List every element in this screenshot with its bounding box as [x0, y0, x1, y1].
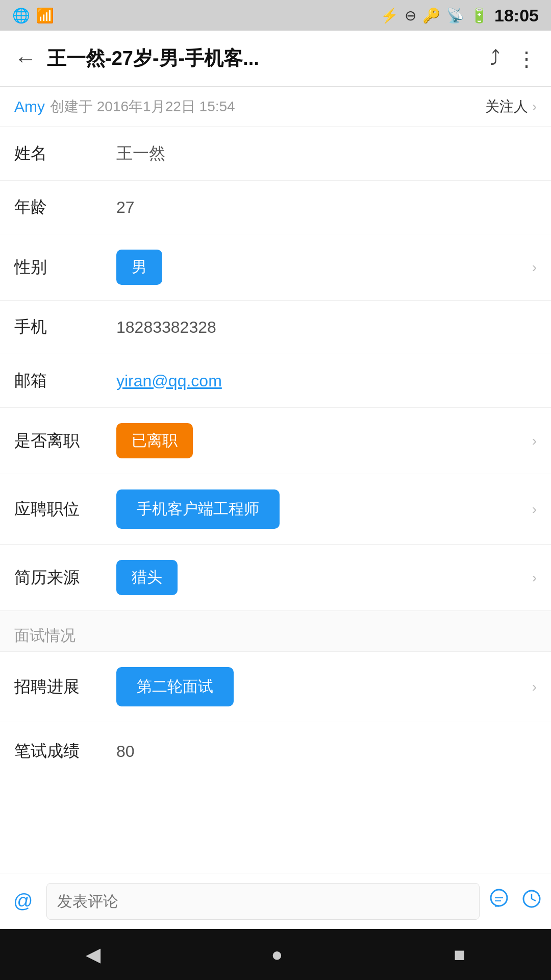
status-bar-right: ⚡ ⊖ 🔑 📡 🔋 18:05	[381, 6, 539, 26]
minus-icon: ⊖	[405, 7, 416, 24]
at-button[interactable]: @	[8, 890, 38, 912]
page-title: 王一然-27岁-男-手机客...	[47, 45, 490, 71]
nav-recents-button[interactable]: ■	[434, 939, 486, 971]
battery-icon: 🔋	[470, 7, 488, 24]
field-resigned[interactable]: 是否离职 已离职 ›	[0, 408, 551, 474]
key-icon: 🔑	[422, 7, 440, 24]
source-chevron-icon: ›	[532, 570, 537, 586]
label-resigned: 是否离职	[14, 430, 116, 452]
label-name: 姓名	[14, 142, 116, 165]
clock-icon[interactable]	[520, 888, 543, 915]
label-progress: 招聘进展	[14, 676, 116, 698]
field-progress[interactable]: 招聘进展 第二轮面试 ›	[0, 652, 551, 722]
status-bar: 🌐 📶 ⚡ ⊖ 🔑 📡 🔋 18:05	[0, 0, 551, 31]
back-button[interactable]: ←	[14, 47, 37, 70]
author-name[interactable]: Amy	[14, 98, 45, 115]
app-bar-actions: ⤴ ⋮	[490, 47, 537, 70]
app-bar: ← 王一然-27岁-男-手机客... ⤴ ⋮	[0, 31, 551, 87]
comment-icon[interactable]	[488, 888, 510, 915]
nav-back-button[interactable]: ◀	[65, 938, 121, 971]
value-test-score: 80	[116, 742, 537, 761]
info-bar-left: Amy 创建于 2016年1月22日 15:54	[14, 97, 235, 116]
resigned-badge[interactable]: 已离职	[116, 423, 193, 458]
more-button[interactable]: ⋮	[516, 47, 537, 70]
value-email: yiran@qq.com	[116, 372, 537, 390]
follow-button[interactable]: 关注人 ›	[485, 97, 537, 116]
field-gender[interactable]: 性别 男 ›	[0, 234, 551, 301]
network-icon: 📡	[446, 7, 464, 24]
value-phone: 18283382328	[116, 318, 537, 337]
info-bar: Amy 创建于 2016年1月22日 15:54 关注人 ›	[0, 87, 551, 127]
field-test-score: 笔试成绩 80	[0, 722, 551, 773]
label-email: 邮箱	[14, 370, 116, 392]
follow-label: 关注人	[485, 97, 528, 116]
label-gender: 性别	[14, 256, 116, 279]
content-area: 姓名 王一然 年龄 27 性别 男 › 手机 18283382328 邮箱 yi…	[0, 127, 551, 873]
email-link[interactable]: yiran@qq.com	[116, 372, 222, 390]
bluetooth-icon: ⚡	[381, 7, 398, 24]
value-age: 27	[116, 198, 537, 217]
field-source[interactable]: 简历来源 猎头 ›	[0, 545, 551, 611]
comment-bar: @	[0, 873, 551, 929]
gender-badge[interactable]: 男	[116, 250, 162, 285]
value-position: 手机客户端工程师	[116, 489, 532, 529]
progress-badge[interactable]: 第二轮面试	[116, 667, 234, 706]
comment-action-icons	[488, 888, 543, 915]
field-position[interactable]: 应聘职位 手机客户端工程师 ›	[0, 474, 551, 545]
label-position: 应聘职位	[14, 498, 116, 521]
nav-home-button[interactable]: ●	[251, 939, 304, 971]
wifi-icon: 🌐	[12, 7, 30, 24]
value-resigned: 已离职	[116, 423, 532, 458]
svg-line-6	[532, 899, 536, 901]
follow-chevron-icon: ›	[532, 99, 537, 115]
label-test-score: 笔试成绩	[14, 740, 116, 763]
section-interview-label: 面试情况	[14, 627, 76, 644]
field-age: 年龄 27	[0, 181, 551, 234]
value-source: 猎头	[116, 560, 532, 595]
signal-icon: 📶	[36, 7, 54, 24]
nav-bar: ◀ ● ■	[0, 929, 551, 980]
value-progress: 第二轮面试	[116, 667, 532, 706]
position-chevron-icon: ›	[532, 501, 537, 518]
label-source: 简历来源	[14, 567, 116, 589]
comment-input[interactable]	[46, 883, 480, 920]
label-age: 年龄	[14, 196, 116, 218]
field-phone: 手机 18283382328	[0, 301, 551, 354]
field-email: 邮箱 yiran@qq.com	[0, 354, 551, 408]
resigned-chevron-icon: ›	[532, 433, 537, 449]
time-display: 18:05	[494, 6, 539, 26]
field-name: 姓名 王一然	[0, 127, 551, 181]
progress-chevron-icon: ›	[532, 679, 537, 695]
status-bar-left: 🌐 📶	[12, 7, 54, 24]
value-name: 王一然	[116, 142, 537, 165]
position-badge[interactable]: 手机客户端工程师	[116, 489, 280, 529]
gender-chevron-icon: ›	[532, 259, 537, 276]
section-interview-header: 面试情况	[0, 611, 551, 652]
value-gender: 男	[116, 250, 532, 285]
share-button[interactable]: ⤴	[490, 47, 500, 70]
label-phone: 手机	[14, 316, 116, 338]
source-badge[interactable]: 猎头	[116, 560, 178, 595]
created-meta: 创建于 2016年1月22日 15:54	[50, 97, 235, 116]
